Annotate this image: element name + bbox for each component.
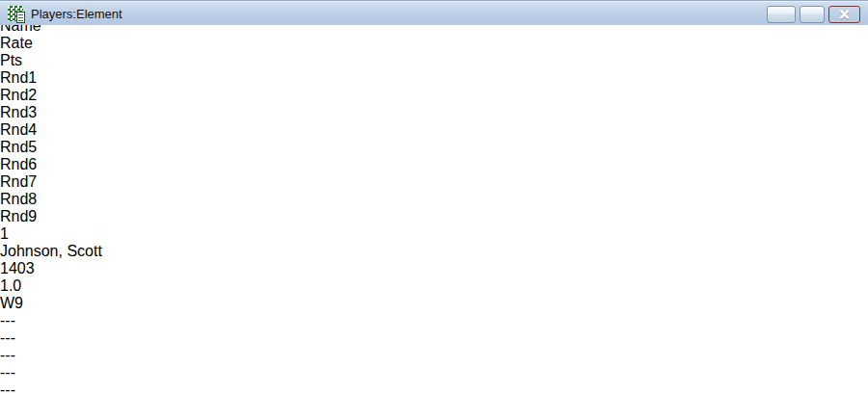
window-title: Players:Element <box>31 1 122 26</box>
title-bar[interactable]: Players:Element <box>0 0 868 25</box>
table-row[interactable]: 1 Johnson, Scott 1403 1.0 W9 --- --- ---… <box>0 225 868 394</box>
players-table: No. Name Rate Pts Rnd1 Rnd2 Rnd3 Rnd4 Rn… <box>0 0 868 394</box>
column-header-rnd1: Rnd1 <box>0 69 868 87</box>
cell-no: 1 <box>0 225 868 243</box>
maximize-button[interactable] <box>800 6 825 23</box>
cell-name: Johnson, Scott <box>0 243 868 260</box>
close-button[interactable] <box>828 6 860 23</box>
cell-rnd6: --- <box>0 381 868 394</box>
column-header-rnd2: Rnd2 <box>0 87 868 104</box>
cell-rnd1: W9 <box>0 295 868 312</box>
table-header: No. Name Rate Pts Rnd1 Rnd2 Rnd3 Rnd4 Rn… <box>0 0 868 225</box>
table-body: 1 Johnson, Scott 1403 1.0 W9 --- --- ---… <box>0 225 868 394</box>
column-header-rnd9: Rnd9 <box>0 208 868 225</box>
cell-rnd4: --- <box>0 347 868 364</box>
column-header-rate: Rate <box>0 35 868 52</box>
cell-pts: 1.0 <box>0 277 868 295</box>
column-header-rnd3: Rnd3 <box>0 104 868 121</box>
cell-rnd2: --- <box>0 312 868 329</box>
column-header-rnd8: Rnd8 <box>0 191 868 208</box>
checkerboard-document-icon[interactable] <box>8 6 23 21</box>
window-controls <box>767 6 860 23</box>
client-area: No. Name Rate Pts Rnd1 Rnd2 Rnd3 Rnd4 Rn… <box>0 0 868 394</box>
column-header-rnd4: Rnd4 <box>0 121 868 139</box>
players-window: Players:Element No. Name Rate <box>0 0 868 394</box>
column-header-rnd7: Rnd7 <box>0 173 868 191</box>
document-glyph <box>16 12 25 23</box>
column-header-rnd5: Rnd5 <box>0 139 868 156</box>
column-header-rnd6: Rnd6 <box>0 156 868 173</box>
close-icon <box>838 10 851 20</box>
minimize-button[interactable] <box>767 6 796 23</box>
column-header-pts: Pts <box>0 52 868 69</box>
cell-rnd3: --- <box>0 329 868 347</box>
cell-rate: 1403 <box>0 260 868 277</box>
cell-rnd5: --- <box>0 364 868 381</box>
